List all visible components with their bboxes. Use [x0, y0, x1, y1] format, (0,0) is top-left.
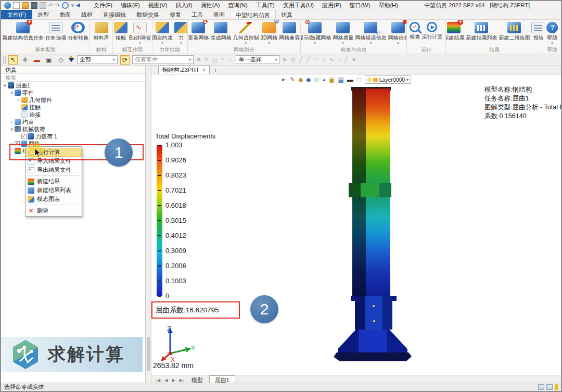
run-calculation-button[interactable]: 运行计算 [421, 22, 443, 41]
tree-item-buckling1[interactable]: ∨屈曲1 [1, 82, 145, 89]
filter-select[interactable]: 仅有零件▾ [132, 55, 194, 64]
app-logo-icon[interactable] [4, 2, 11, 9]
mesh-3d-button[interactable]: 3D网格 [260, 22, 278, 45]
qat-dropdown-icon[interactable]: ▾ [71, 2, 74, 9]
tab-inquire[interactable]: 查询 [208, 10, 230, 19]
select-cursor-icon[interactable]: ↖ [8, 55, 18, 65]
draw-tools-strip[interactable]: ➤ ⊙ ╱ ╱ ◠ ○ ∿ ≈ ╱ ➤ [282, 56, 357, 63]
tree-item-contact[interactable]: 接触 [1, 104, 145, 111]
mesh-info-button[interactable]: 网格信息 [387, 22, 407, 45]
expander-icon[interactable]: › [16, 97, 21, 103]
grid-view-icon[interactable] [538, 384, 544, 390]
nav-next-button[interactable]: ▶ [170, 378, 176, 383]
menu-help[interactable]: 帮助(H) [375, 1, 401, 10]
polygon-select-icon[interactable]: ◇ [56, 55, 66, 65]
tab-surface[interactable]: 曲面 [54, 10, 76, 19]
undo-icon[interactable]: ↶ [48, 2, 53, 9]
tree-item-constraints[interactable]: ›约束 [1, 118, 145, 125]
remove-selection-icon[interactable]: ▬ [32, 55, 42, 65]
mesh-quality-button[interactable]: 网格质量 [332, 22, 354, 45]
report-button[interactable]: 报告 [531, 22, 543, 42]
nav-last-button[interactable]: ▶| [178, 378, 185, 383]
display-mode-icon[interactable] [546, 384, 553, 390]
menu-edit[interactable]: 编辑(E) [117, 1, 144, 10]
new-file-icon[interactable] [13, 2, 20, 9]
menu-view[interactable]: 视图(V) [145, 1, 171, 10]
tree-item-mech-loads[interactable]: ∨机械载荷 [1, 125, 145, 133]
expander-icon[interactable]: › [9, 141, 15, 146]
nav-prev-button[interactable]: ◀ [163, 378, 169, 383]
fixed-constraint-button[interactable]: 固定约束 [152, 22, 173, 45]
menu-window[interactable]: 窗口(W) [346, 1, 374, 10]
tab-tools[interactable]: 工具 [186, 10, 208, 19]
menu-insert[interactable]: 插入(I) [172, 1, 196, 10]
contact-button[interactable]: 接触 [113, 22, 128, 42]
menu-applications[interactable]: 应用(P) [318, 1, 345, 10]
filter-icon[interactable] [68, 58, 74, 62]
save-icon[interactable] [31, 2, 37, 9]
add-tab-button[interactable]: + [210, 67, 222, 74]
layers-icon[interactable]: ▤ [338, 76, 343, 83]
pencil-icon[interactable]: ✎ [290, 76, 295, 83]
menu-item-delete[interactable]: ✕删除 [25, 206, 82, 215]
section-view-icon[interactable]: ◕ [322, 76, 326, 83]
scope-select[interactable]: 全部▾ [77, 55, 118, 64]
view-tools-strip[interactable]: ≋ ⌗ ◫ ◔ ⌒ [196, 56, 233, 63]
edge-control-button[interactable]: 几何边控制 [232, 22, 259, 45]
file-menu-button[interactable]: 文件(F) [1, 10, 32, 19]
tab-structural-simulation[interactable]: 中望结构仿真 [230, 10, 276, 19]
help-button[interactable]: 帮助 [546, 22, 558, 45]
menu-inquire[interactable]: 查询(N) [224, 1, 251, 10]
tree-item-connection[interactable]: 连接 [1, 111, 145, 118]
tab-simulation[interactable]: 仿真 [276, 10, 298, 19]
refresh-filter-icon[interactable]: ⟳ [120, 55, 130, 65]
bush-spring-button[interactable]: Bush弹簧 [129, 22, 152, 45]
pane-icon[interactable]: ◻ [356, 76, 362, 83]
dark-bar-icon[interactable]: ▬ [347, 76, 353, 83]
show-hide-mesh-button[interactable]: 显示/隐藏网格 [301, 22, 332, 45]
menu-item-new-result-list[interactable]: 新建结果列表 [25, 186, 82, 195]
pick-mode-select[interactable]: 单一选择▾ [236, 55, 279, 64]
redo-icon[interactable]: ↷ [55, 2, 60, 9]
generate-mesh-button[interactable]: 生成网格 [210, 22, 232, 42]
open-file-icon[interactable] [22, 2, 29, 9]
tab-direct-edit[interactable]: 直接编辑 [98, 10, 131, 19]
task-options-button[interactable]: 任务选项 [45, 22, 67, 42]
tab-wireframe[interactable]: 线框 [76, 10, 98, 19]
back-icon[interactable]: ◀ [76, 2, 83, 9]
check-button[interactable]: 检查 [409, 22, 420, 41]
add-selection-icon[interactable]: ✚ [20, 55, 30, 65]
material-library-button[interactable]: 材料库 [93, 22, 110, 42]
panel-tab-simulation[interactable]: 仿真 [1, 66, 145, 74]
exit-icon[interactable]: ⇤ [282, 76, 287, 83]
checkbox-checked[interactable] [15, 141, 20, 146]
view-cube-icon[interactable]: ◆ [306, 76, 311, 83]
new-result-list-button[interactable]: 新建结果列表 [465, 22, 497, 42]
mesh-compat-button[interactable]: 网格兼容 [278, 22, 300, 42]
menu-item-modal-chart[interactable]: 模态图表 [25, 195, 82, 204]
menu-attributes[interactable]: 属性(A) [197, 1, 224, 10]
toolbar-grip[interactable] [3, 56, 6, 64]
update-mesh-button[interactable]: 更新网格 [188, 22, 210, 42]
background-icon[interactable]: ▣ [329, 76, 335, 83]
wireframe-sphere-icon[interactable]: ◇ [314, 76, 319, 83]
new-result-button[interactable]: 新建结果 [446, 22, 465, 42]
tab-shape[interactable]: 造型 [32, 10, 54, 19]
force-button[interactable]: 力 [174, 22, 188, 45]
checkbox-checked[interactable] [21, 134, 27, 139]
tree-item-geometry[interactable]: ›几何部件 [1, 96, 145, 104]
expander-icon[interactable]: ∨ [9, 127, 15, 132]
menu-item-export-result[interactable]: 导出结果文件 [25, 166, 82, 174]
new-sim-task-button[interactable]: 新建结构仿真任务 [2, 22, 44, 42]
tab-data-exchange[interactable]: 数据交换 [131, 10, 164, 19]
selection-ring-icon[interactable] [62, 2, 69, 9]
expander-icon[interactable]: › [9, 119, 15, 124]
search-input[interactable]: 搜索 [1, 74, 145, 82]
scrollbar-thumb[interactable] [147, 337, 150, 371]
tree-item-parts[interactable]: ∨零件 [1, 89, 145, 96]
print-icon[interactable] [40, 2, 46, 9]
menu-item-new-result[interactable]: 新建结果 [25, 177, 82, 186]
panel-splitter[interactable] [146, 66, 151, 385]
analysis-convert-button[interactable]: 分析转换 [67, 22, 89, 42]
tab-repair[interactable]: 修复 [164, 10, 186, 19]
